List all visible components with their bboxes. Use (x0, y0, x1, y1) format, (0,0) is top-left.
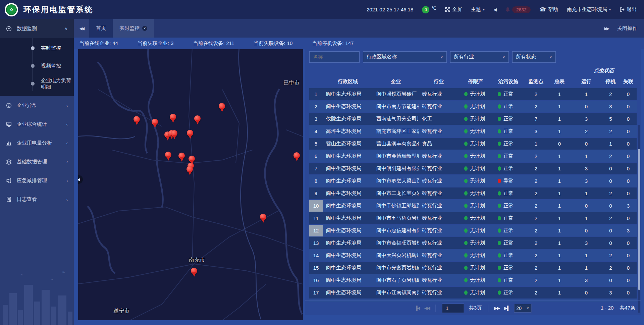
row-number: 12 (309, 225, 323, 236)
next-page-button[interactable]: ▶▶ (494, 306, 499, 311)
table-row[interactable]: 16阆中生态环境局阆中市石子页岩机砖厂砖瓦行业无计划正常21300 (309, 274, 637, 286)
map-company-pin[interactable] (219, 103, 225, 113)
status-dot-green-icon (498, 129, 501, 133)
cell-company: 阆中市石子页岩机砖厂 (373, 277, 419, 283)
map-company-pin[interactable] (178, 153, 185, 163)
sidebar-item-company-abnormal[interactable]: 企业异常 ‹ (0, 96, 74, 115)
cell-monitor: 2 (524, 290, 548, 295)
table-header: 点位状态 行政区域 企业 行业 停限产 治污设施 监测点 总表 运行 停机 失联 (309, 65, 637, 88)
cell-industry: 砖瓦行业 (419, 178, 459, 184)
column-industry: 行业 (419, 78, 459, 85)
page-number-input[interactable]: 1 (442, 304, 464, 313)
name-filter-input[interactable] (313, 54, 356, 60)
page-size-select[interactable]: 20 ∨ (514, 304, 531, 313)
cell-industry: 砖瓦行业 (419, 265, 459, 271)
status-dot-green-icon (464, 166, 468, 171)
cell-lost: 0 (620, 166, 637, 171)
cell-stop: 无计划 (459, 190, 492, 197)
sidebar-item-realtime-monitor[interactable]: 实时监控 (0, 39, 74, 57)
table-row[interactable]: 10阆中生态环境局阆中千佛镇五郎垭页岩砖瓦行业无计划正常21003 (309, 200, 637, 212)
table-row[interactable]: 9阆中生态环境局阆中市二龙长宝页岩砖砖瓦行业无计划正常21120 (309, 187, 637, 199)
theme-dropdown[interactable]: 主题 ▾ (471, 6, 485, 13)
status-filter-select[interactable]: 所有状态 ∨ (512, 51, 556, 63)
cell-facility: 正常 (492, 141, 524, 147)
name-filter-field[interactable] (309, 51, 360, 63)
map-company-pin[interactable] (133, 116, 140, 126)
table-row[interactable]: 11阆中生态环境局阆中市五马桥页岩机砖砖瓦行业无计划正常21120 (309, 212, 637, 224)
cell-lost: 0 (620, 91, 637, 97)
sidebar-item-company-statistics[interactable]: 企业综合统计 ‹ (0, 115, 74, 133)
close-tab-icon[interactable]: ✕ (142, 26, 147, 31)
map-company-pin[interactable] (152, 119, 158, 129)
table-row[interactable]: 17阆中生态环境局阆中市江南镇阆南页岩砖瓦行业无计划正常21030 (309, 287, 637, 299)
cell-facility: 正常 (492, 153, 524, 159)
cell-region: 营山生态环境局 (323, 141, 373, 147)
table-row[interactable]: 7阆中生态环境局阆中明阳建材有限公司砖瓦行业无计划正常21300 (309, 163, 637, 174)
cell-lost: 0 (620, 191, 637, 196)
cell-run: 3 (571, 240, 601, 246)
cell-stop: 无计划 (459, 141, 492, 147)
sidebar-item-power-analysis[interactable]: 企业用电量分析 ‹ (0, 133, 74, 152)
cell-facility: 正常 (492, 128, 524, 134)
table-row[interactable]: 1阆中生态环境局阆中强锐页岩砖厂砖瓦行业无计划正常21120 (309, 88, 637, 100)
table-row[interactable]: 6阆中生态环境局阆中市金博瑞新型墙材砖瓦行业无计划正常21120 (309, 150, 637, 162)
sidebar-item-emergency-reduction[interactable]: 应急减排管理 ‹ (0, 171, 74, 190)
last-page-button[interactable]: ▶▌ (504, 306, 509, 311)
scroll-tabs-left-button[interactable]: ◀◀ (74, 19, 89, 38)
map-company-pin[interactable] (191, 268, 198, 278)
tab-home[interactable]: 首页 (89, 19, 113, 38)
notifications[interactable]: 2632 (505, 6, 531, 13)
table-row[interactable]: 5营山生态环境局营山县润丰肉食品有限食品无计划正常10010 (309, 138, 637, 150)
map-company-pin[interactable] (260, 214, 267, 224)
table-row[interactable]: 15阆中生态环境局阆中市光富页岩机砖厂砖瓦行业无计划正常21120 (309, 262, 637, 274)
map-company-pin[interactable] (165, 152, 172, 162)
temperature-unit: ℃ (431, 6, 436, 11)
cell-industry: 砖瓦行业 (419, 190, 459, 197)
cell-lost: 3 (620, 203, 637, 209)
cell-monitor: 2 (524, 178, 548, 184)
prev-page-button[interactable]: ◀◀ (424, 306, 430, 311)
chevron-down-icon: ∨ (502, 55, 505, 59)
map-company-pin[interactable] (187, 130, 194, 140)
sidebar-item-power-load-detail[interactable]: 企业电力负荷明细 (0, 75, 74, 93)
map-company-pin[interactable] (171, 130, 178, 140)
cell-lost: 0 (620, 290, 637, 295)
table-row[interactable]: 2阆中生态环境局阆中市南方节能建材有砖瓦行业无计划正常21030 (309, 101, 637, 112)
table-row[interactable]: 4高坪生态环境局南充市高坪区王家店建砖瓦行业无计划正常31220 (309, 125, 637, 137)
map-company-pin[interactable] (170, 114, 176, 124)
map-company-pin[interactable] (186, 166, 193, 176)
cell-stop: 无计划 (459, 277, 492, 283)
cell-halt: 2 (601, 265, 620, 271)
cell-monitor: 2 (524, 104, 548, 109)
tab-realtime-monitor[interactable]: 实时监控 ✕ (113, 19, 154, 38)
org-dropdown[interactable]: 南充市生态环境局 ▾ (567, 6, 611, 13)
cell-industry: 食品 (419, 141, 459, 147)
close-operations-button[interactable]: 关闭操作 (617, 25, 637, 32)
table-row[interactable]: 14阆中生态环境局阆中大兴页岩机砖厂砖瓦行业无计划正常21120 (309, 250, 637, 261)
fullscreen-button[interactable]: 全屏 (445, 6, 462, 13)
sidebar-item-base-data[interactable]: 基础数据管理 ‹ (0, 152, 74, 171)
sidebar-item-log-view[interactable]: 日志查看 ‹ (0, 190, 74, 209)
region-filter-select[interactable]: 行政区域名称 ∨ (363, 51, 447, 63)
cell-run: 1 (571, 191, 601, 196)
scroll-tabs-right-button[interactable]: ▶▶ (604, 26, 608, 31)
table-row[interactable]: 3仪陇生态环境局西南油气田分公司川中化工无计划正常71350 (309, 113, 637, 125)
table-row[interactable]: 8阆中生态环境局阆中市枣碧大梁山页岩砖瓦行业无计划异常21300 (309, 175, 637, 187)
map-panel[interactable]: ◀ 巴中市南充市遂宁市 (78, 49, 303, 320)
table-row[interactable]: 12阆中生态环境局阆中市忠信建材有限公砖瓦行业无计划正常21003 (309, 225, 637, 236)
total-count-label: 共47条 (620, 305, 635, 311)
sound-toggle-button[interactable]: ◀ (493, 7, 497, 12)
map-company-pin[interactable] (293, 152, 300, 162)
first-page-button[interactable]: ▐◀ (415, 306, 420, 311)
map-company-pin[interactable] (194, 115, 201, 125)
sidebar-item-video-monitor[interactable]: 视频监控 (0, 57, 74, 75)
industry-filter-select[interactable]: 所有行业 ∨ (450, 51, 509, 63)
logout-button[interactable]: 退出 (620, 6, 637, 13)
help-button[interactable]: ☎ 帮助 (539, 6, 558, 13)
sidebar-item-data-monitor[interactable]: 数据监测 ∨ (0, 19, 74, 38)
table-row[interactable]: 13阆中生态环境局阆中市金福旺页岩机砖砖瓦行业无计划正常21300 (309, 237, 637, 249)
stats-bar: 当前在线企业:44 当前失联企业:3 当前在线设备:211 当前失联设备:10 … (74, 38, 644, 49)
cell-meter: 1 (548, 116, 571, 122)
scrollbar-thumb[interactable] (638, 149, 640, 290)
cell-lost: 0 (620, 215, 637, 221)
